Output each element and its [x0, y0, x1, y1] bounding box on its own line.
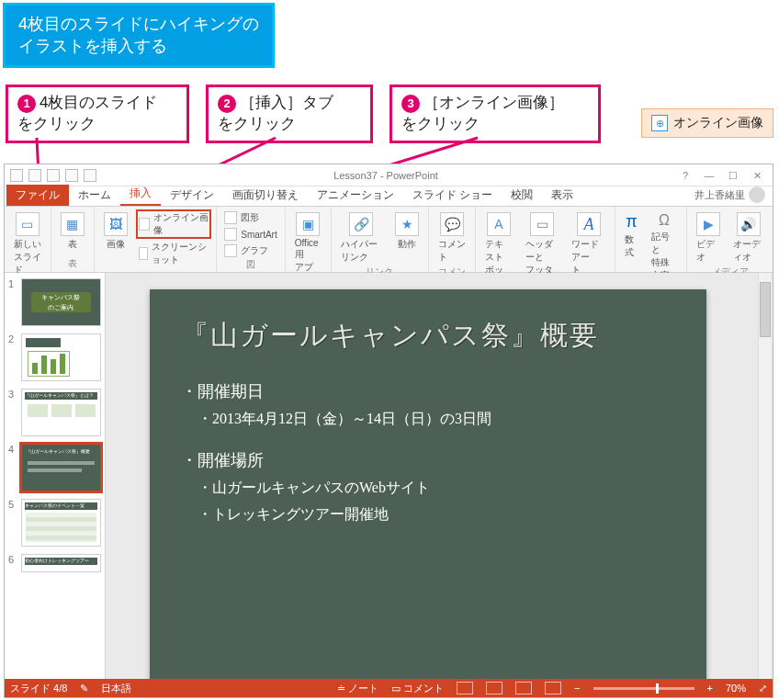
tab-design[interactable]: デザイン — [161, 185, 223, 206]
chart-button[interactable]: グラフ — [222, 243, 278, 258]
ribbon-tabs: ファイル ホーム 挿入 デザイン 画面切り替え アニメーション スライド ショー… — [5, 186, 773, 207]
action-button[interactable]: ★動作 — [391, 210, 423, 253]
slide-thumbnail-pane[interactable]: 1 キャンパス祭 のご案内 2 3 『山ガールキ — [5, 273, 106, 679]
maximize-icon[interactable]: ☐ — [723, 169, 743, 182]
tab-home[interactable]: ホーム — [69, 185, 120, 206]
action-label: 動作 — [398, 238, 416, 251]
smartart-icon — [224, 228, 237, 241]
tab-file[interactable]: ファイル — [6, 185, 69, 206]
bullet-place-heading: 開催場所 — [198, 451, 264, 469]
bullet-date-heading: 開催期日 — [198, 382, 264, 401]
shapes-label: 図形 — [241, 211, 259, 224]
status-bar: スライド 4/8 ✎ 日本語 ≐ ノート ▭ コメント − + 70% ⤢ — [5, 679, 773, 697]
wordart-label: ワードアー ト — [571, 238, 605, 277]
smartart-button[interactable]: SmartArt — [222, 227, 278, 242]
current-slide[interactable]: 『山ガールキャンパス祭』概要 開催期日 2013年4月12日（金）～14日（日）… — [150, 289, 706, 686]
thumb-number: 6 — [8, 554, 17, 565]
slide-thumb-1[interactable]: 1 キャンパス祭 のご案内 — [8, 278, 101, 326]
bullet-place-web: 山ガールキャンパスのWebサイト — [212, 480, 430, 495]
online-picture-button[interactable]: オンライン画像 — [137, 210, 210, 238]
step-3: 3［オンライン画像］ をクリック — [390, 85, 601, 143]
tab-view[interactable]: 表示 — [542, 185, 582, 206]
ribbon: ▭新しい スライド スライド ▦表 表 🖼画像 オンライン画像 スクリーンショッ… — [5, 207, 773, 273]
table-button[interactable]: ▦表 — [57, 210, 88, 253]
comment-label: コメント — [438, 238, 466, 264]
bullet-place-tour: トレッキングツアー開催地 — [212, 506, 389, 522]
qat-undo-icon[interactable] — [47, 169, 60, 182]
tab-transitions[interactable]: 画面切り替え — [223, 185, 308, 206]
qat-start-icon[interactable] — [84, 169, 96, 182]
header-footer-icon: ▭ — [530, 212, 554, 236]
fit-to-window-icon[interactable]: ⤢ — [759, 683, 767, 694]
zoom-in-button[interactable]: + — [707, 683, 713, 694]
app-icon — [10, 169, 23, 182]
hyperlink-label: ハイパーリンク — [341, 238, 382, 264]
zoom-value[interactable]: 70% — [726, 683, 746, 694]
apps-icon: ▣ — [296, 212, 320, 236]
thumb-number: 5 — [8, 499, 17, 510]
thumb-preview: 『山ガールキャンパス祭』とは？ — [21, 389, 101, 436]
step-1: 14枚目のスライド をクリック — [6, 85, 189, 143]
pi-icon: π — [626, 212, 637, 231]
thumb-number: 3 — [8, 389, 17, 400]
ribbon-group-symbol: π数式 Ω記号と 特殊文字 記号と特殊文字 — [615, 207, 687, 272]
slide-title[interactable]: 『山ガールキャンパス祭』概要 — [181, 317, 675, 355]
view-normal-icon[interactable] — [457, 682, 473, 694]
comments-toggle[interactable]: ▭ コメント — [391, 682, 444, 695]
audio-label: オーディオ — [733, 238, 763, 264]
wordart-button[interactable]: Aワードアー ト — [568, 210, 609, 278]
thumb-preview — [21, 333, 101, 381]
slide-thumb-5[interactable]: 5 キャンパス祭のイベント一覧 — [8, 499, 101, 547]
tab-animations[interactable]: アニメーション — [308, 185, 403, 206]
slide-editor[interactable]: 『山ガールキャンパス祭』概要 開催期日 2013年4月12日（金）～14日（日）… — [106, 273, 773, 679]
slide-thumb-4[interactable]: 4 『山ガールキャンパス祭』概要 — [8, 444, 101, 491]
new-slide-button[interactable]: ▭新しい スライド — [10, 210, 45, 278]
view-sorter-icon[interactable] — [486, 682, 502, 694]
close-icon[interactable]: ✕ — [747, 169, 767, 182]
video-button[interactable]: ▶ビデオ — [693, 210, 724, 265]
view-reading-icon[interactable] — [515, 682, 532, 694]
notes-pane[interactable]: ノートを入力 — [150, 697, 751, 698]
ribbon-options-icon[interactable]: ? — [675, 169, 695, 182]
equation-button[interactable]: π数式 — [621, 210, 641, 261]
tab-slideshow[interactable]: スライド ショー — [403, 185, 502, 206]
avatar — [749, 186, 765, 203]
picture-button[interactable]: 🖼画像 — [100, 210, 131, 253]
picture-label: 画像 — [107, 238, 125, 251]
step-2: 2［挿入］タブ をクリック — [206, 85, 373, 143]
tab-review[interactable]: 校閲 — [502, 185, 542, 206]
account-name[interactable]: 井上香緒里 — [687, 184, 773, 206]
notes-toggle[interactable]: ≐ ノート — [337, 682, 378, 695]
new-slide-icon: ▭ — [16, 212, 40, 236]
slide-thumb-2[interactable]: 2 — [8, 333, 101, 381]
hyperlink-button[interactable]: 🔗ハイパーリンク — [337, 210, 386, 265]
textbox-icon: A — [487, 212, 511, 236]
slide-body[interactable]: 開催期日 2013年4月12日（金）～14日（日）の3日間 開催場所 山ガールキ… — [181, 380, 675, 525]
vertical-scrollbar[interactable] — [758, 273, 771, 679]
omega-icon: Ω — [659, 212, 670, 229]
thumb-preview: キャンパス祭 のご案内 — [21, 278, 101, 326]
comment-button[interactable]: 💬コメント — [435, 210, 469, 265]
status-language[interactable]: 日本語 — [101, 682, 131, 695]
qat-redo-icon[interactable] — [65, 169, 78, 182]
ribbon-group-slide: ▭新しい スライド スライド — [5, 207, 51, 272]
qat-save-icon[interactable] — [28, 169, 41, 182]
spellcheck-icon[interactable]: ✎ — [80, 683, 88, 694]
slide-thumb-3[interactable]: 3 『山ガールキャンパス祭』とは？ — [8, 389, 101, 436]
shapes-button[interactable]: 図形 — [222, 210, 278, 225]
chart-icon — [224, 244, 237, 257]
audio-icon: 🔊 — [737, 212, 761, 236]
zoom-out-button[interactable]: − — [574, 683, 580, 694]
screenshot-button[interactable]: スクリーンショット — [137, 240, 210, 267]
comment-icon: 💬 — [440, 212, 464, 236]
view-slideshow-icon[interactable] — [545, 682, 561, 694]
slide-thumb-6[interactable]: 6 初心者向けトレッキングツアー — [8, 554, 101, 572]
minimize-icon[interactable]: — — [699, 169, 719, 182]
zoom-slider[interactable] — [593, 687, 694, 690]
thumb-number: 4 — [8, 444, 17, 455]
scrollbar-thumb[interactable] — [760, 282, 771, 337]
online-picture-label: オンライン画像 — [153, 211, 209, 237]
step-2-num: 2 — [218, 95, 236, 113]
tab-insert[interactable]: 挿入 — [120, 183, 161, 206]
audio-button[interactable]: 🔊オーディオ — [729, 210, 767, 265]
